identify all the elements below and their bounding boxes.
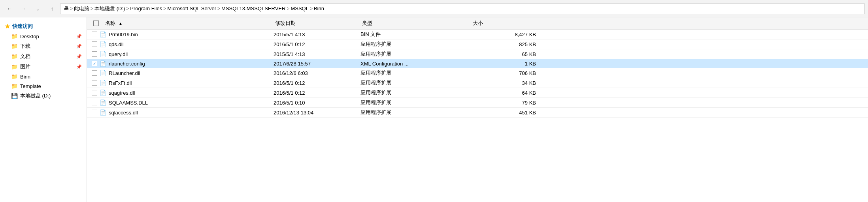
recent-button[interactable]: ⌄ — [32, 2, 44, 15]
file-size: 451 KB — [471, 110, 542, 116]
folder-icon: 📁 — [11, 73, 18, 80]
row-checkbox[interactable] — [92, 70, 97, 76]
file-type: 应用程序扩展 — [360, 50, 471, 58]
column-name[interactable]: 名称 ▲ — [92, 20, 274, 27]
file-date: 2016/5/1 0:12 — [274, 41, 360, 47]
file-date: 2015/5/1 4:13 — [274, 32, 360, 37]
file-type-icon: 📄 — [100, 109, 106, 116]
row-checkbox[interactable] — [92, 80, 97, 86]
file-name: RsFxFt.dll — [109, 80, 132, 86]
header-checkbox[interactable] — [93, 21, 99, 26]
file-date: 2016/12/13 13:04 — [274, 110, 360, 116]
breadcrumb-sqlserver[interactable]: Microsoft SQL Server — [167, 6, 216, 11]
table-row[interactable]: 📄 Prm0019.bin 2015/5/1 4:13 BIN 文件 8,427… — [87, 30, 868, 39]
pin-icon: 📌 — [76, 34, 82, 39]
file-date: 2016/5/1 0:12 — [274, 90, 360, 96]
table-row[interactable]: 📄 query.dll 2015/5/1 4:13 应用程序扩展 65 KB — [87, 49, 868, 59]
folder-icon: 📁 — [11, 64, 18, 70]
table-row[interactable]: 📄 sqagtres.dll 2016/5/1 0:12 应用程序扩展 64 K… — [87, 88, 868, 98]
file-type-icon: 📄 — [100, 90, 106, 96]
row-checkbox[interactable] — [92, 90, 97, 95]
sidebar-item-binn[interactable]: 📁 Binn — [0, 72, 87, 81]
file-type: 应用程序扩展 — [360, 69, 471, 77]
file-name-cell: 📄 query.dll — [92, 51, 274, 57]
quick-access-header: ★ 快速访问 — [0, 21, 87, 32]
sidebar-item-template[interactable]: 📁 Template — [0, 81, 87, 91]
file-type-icon: 📄 — [100, 41, 106, 47]
computer-icon: 🖶 — [64, 6, 69, 11]
sidebar-item-localdisk[interactable]: 💾 本地磁盘 (D:) — [0, 91, 87, 101]
file-size: 825 KB — [471, 41, 542, 47]
pin-icon: 📌 — [76, 64, 82, 69]
file-name: qds.dll — [109, 41, 124, 47]
file-date: 2016/12/6 6:03 — [274, 70, 360, 76]
file-list-container: 名称 ▲ 修改日期 类型 大小 📄 Prm0019.bin 2015/5/1 4… — [87, 17, 868, 202]
main-layout: ★ 快速访问 📁 Desktop 📌 📁 下载 📌 📁 文档 📌 📁 图片 📌 … — [0, 17, 868, 202]
file-name-cell: ✓ 📄 rlauncher.config — [92, 60, 274, 67]
row-checkbox[interactable]: ✓ — [92, 61, 97, 66]
column-date[interactable]: 修改日期 — [274, 20, 360, 27]
sidebar-item-pictures[interactable]: 📁 图片 📌 — [0, 62, 87, 72]
table-row[interactable]: ✓ 📄 rlauncher.config 2017/6/28 15:57 XML… — [87, 59, 868, 68]
file-name-cell: 📄 RLauncher.dll — [92, 70, 274, 76]
back-button[interactable]: ← — [3, 2, 16, 15]
table-row[interactable]: 📄 SQLAAMSS.DLL 2016/5/1 0:10 应用程序扩展 79 K… — [87, 98, 868, 108]
breadcrumb-binn[interactable]: Binn — [314, 6, 324, 11]
file-name-cell: 📄 RsFxFt.dll — [92, 80, 274, 86]
file-type: 应用程序扩展 — [360, 41, 471, 48]
file-date: 2016/5/1 0:10 — [274, 100, 360, 106]
file-size: 64 KB — [471, 90, 542, 96]
folder-icon: 📁 — [11, 33, 18, 39]
row-checkbox[interactable] — [92, 41, 97, 47]
file-name: Prm0019.bin — [109, 32, 138, 37]
file-type: 应用程序扩展 — [360, 89, 471, 96]
file-list-header: 名称 ▲ 修改日期 类型 大小 — [87, 17, 868, 30]
pin-icon: 📌 — [76, 54, 82, 59]
breadcrumb-computer: 🖶 — [64, 6, 69, 11]
pin-icon: 📌 — [76, 44, 82, 49]
row-checkbox[interactable] — [92, 32, 97, 37]
file-date: 2015/5/1 4:13 — [274, 51, 360, 57]
file-type-icon: 📄 — [100, 51, 106, 57]
address-bar: ← → ⌄ ↑ 🖶 > 此电脑 > 本地磁盘 (D:) > Program Fi… — [0, 0, 868, 17]
sidebar-item-downloads[interactable]: 📁 下载 📌 — [0, 41, 87, 51]
table-row[interactable]: 📄 qds.dll 2016/5/1 0:12 应用程序扩展 825 KB — [87, 39, 868, 49]
sidebar-item-documents[interactable]: 📁 文档 📌 — [0, 51, 87, 62]
file-size: 706 KB — [471, 70, 542, 76]
breadcrumb-pc[interactable]: 此电脑 — [74, 5, 89, 12]
up-button[interactable]: ↑ — [46, 2, 58, 15]
file-type: 应用程序扩展 — [360, 99, 471, 106]
file-type-icon: 📄 — [100, 80, 106, 86]
row-checkbox[interactable] — [92, 100, 97, 105]
file-size: 65 KB — [471, 51, 542, 57]
column-size[interactable]: 大小 — [471, 20, 542, 27]
file-name-cell: 📄 Prm0019.bin — [92, 31, 274, 37]
sidebar: ★ 快速访问 📁 Desktop 📌 📁 下载 📌 📁 文档 📌 📁 图片 📌 … — [0, 17, 87, 202]
row-checkbox[interactable] — [92, 51, 97, 57]
file-type: 应用程序扩展 — [360, 79, 471, 86]
file-type-icon: 📄 — [100, 70, 106, 76]
table-row[interactable]: 📄 sqlaccess.dll 2016/12/13 13:04 应用程序扩展 … — [87, 108, 868, 118]
column-type[interactable]: 类型 — [360, 20, 471, 27]
folder-icon: 📁 — [11, 83, 18, 89]
star-icon: ★ — [5, 23, 10, 30]
row-checkbox[interactable] — [92, 110, 97, 115]
forward-button[interactable]: → — [17, 2, 30, 15]
sidebar-item-desktop[interactable]: 📁 Desktop 📌 — [0, 32, 87, 41]
drive-icon: 💾 — [11, 93, 18, 99]
sort-chevron-icon: ▲ — [119, 21, 123, 26]
table-row[interactable]: 📄 RLauncher.dll 2016/12/6 6:03 应用程序扩展 70… — [87, 68, 868, 78]
file-type: BIN 文件 — [360, 31, 471, 38]
breadcrumb-programfiles[interactable]: Program Files — [130, 6, 162, 11]
file-name: sqlaccess.dll — [109, 110, 138, 116]
file-size: 79 KB — [471, 100, 542, 106]
table-row[interactable]: 📄 RsFxFt.dll 2016/5/1 0:12 应用程序扩展 34 KB — [87, 78, 868, 88]
breadcrumb-mssql[interactable]: MSSQL — [291, 6, 309, 11]
breadcrumb[interactable]: 🖶 > 此电脑 > 本地磁盘 (D:) > Program Files > Mi… — [60, 3, 865, 14]
file-name-cell: 📄 sqagtres.dll — [92, 90, 274, 96]
file-name-cell: 📄 sqlaccess.dll — [92, 109, 274, 116]
breadcrumb-drive[interactable]: 本地磁盘 (D:) — [94, 5, 125, 12]
file-name: query.dll — [109, 51, 128, 57]
file-type-icon: 📄 — [100, 99, 106, 106]
breadcrumb-mssql13[interactable]: MSSQL13.MSSQLSERVER — [221, 6, 285, 11]
